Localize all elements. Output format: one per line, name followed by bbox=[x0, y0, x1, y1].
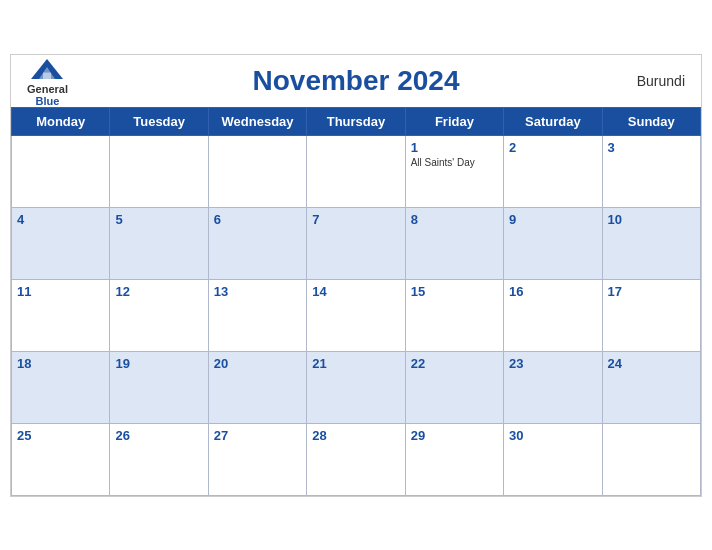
table-row bbox=[602, 423, 700, 495]
logo-general-text: General bbox=[27, 83, 68, 95]
table-row: 3 bbox=[602, 135, 700, 207]
day-number: 20 bbox=[214, 356, 301, 371]
day-number: 16 bbox=[509, 284, 596, 299]
table-row: 25 bbox=[12, 423, 110, 495]
weekday-header-row: Monday Tuesday Wednesday Thursday Friday… bbox=[12, 107, 701, 135]
table-row: 12 bbox=[110, 279, 208, 351]
header-saturday: Saturday bbox=[504, 107, 602, 135]
table-row bbox=[12, 135, 110, 207]
header-thursday: Thursday bbox=[307, 107, 405, 135]
table-row: 19 bbox=[110, 351, 208, 423]
day-number: 15 bbox=[411, 284, 498, 299]
calendar-title: November 2024 bbox=[252, 65, 459, 97]
calendar-week-row: 252627282930 bbox=[12, 423, 701, 495]
table-row: 23 bbox=[504, 351, 602, 423]
header-friday: Friday bbox=[405, 107, 503, 135]
day-number: 27 bbox=[214, 428, 301, 443]
day-number: 2 bbox=[509, 140, 596, 155]
calendar: General Blue November 2024 Burundi Monda… bbox=[10, 54, 702, 497]
table-row: 22 bbox=[405, 351, 503, 423]
day-number: 14 bbox=[312, 284, 399, 299]
table-row: 6 bbox=[208, 207, 306, 279]
table-row: 21 bbox=[307, 351, 405, 423]
table-row: 11 bbox=[12, 279, 110, 351]
table-row: 17 bbox=[602, 279, 700, 351]
day-number: 7 bbox=[312, 212, 399, 227]
table-row: 29 bbox=[405, 423, 503, 495]
day-number: 28 bbox=[312, 428, 399, 443]
day-number: 10 bbox=[608, 212, 695, 227]
calendar-header: General Blue November 2024 Burundi bbox=[11, 55, 701, 107]
header-tuesday: Tuesday bbox=[110, 107, 208, 135]
table-row: 15 bbox=[405, 279, 503, 351]
calendar-table: Monday Tuesday Wednesday Thursday Friday… bbox=[11, 107, 701, 496]
table-row: 8 bbox=[405, 207, 503, 279]
table-row: 1All Saints' Day bbox=[405, 135, 503, 207]
logo-blue-text: Blue bbox=[36, 95, 60, 107]
day-number: 17 bbox=[608, 284, 695, 299]
svg-rect-2 bbox=[43, 72, 51, 78]
day-number: 18 bbox=[17, 356, 104, 371]
country-label: Burundi bbox=[637, 73, 685, 89]
calendar-week-row: 18192021222324 bbox=[12, 351, 701, 423]
day-number: 3 bbox=[608, 140, 695, 155]
header-wednesday: Wednesday bbox=[208, 107, 306, 135]
day-number: 30 bbox=[509, 428, 596, 443]
table-row: 10 bbox=[602, 207, 700, 279]
logo-icon bbox=[27, 55, 67, 83]
table-row: 5 bbox=[110, 207, 208, 279]
day-number: 25 bbox=[17, 428, 104, 443]
day-number: 5 bbox=[115, 212, 202, 227]
table-row: 2 bbox=[504, 135, 602, 207]
day-number: 21 bbox=[312, 356, 399, 371]
day-number: 19 bbox=[115, 356, 202, 371]
day-number: 26 bbox=[115, 428, 202, 443]
table-row: 20 bbox=[208, 351, 306, 423]
table-row: 13 bbox=[208, 279, 306, 351]
table-row: 9 bbox=[504, 207, 602, 279]
day-number: 9 bbox=[509, 212, 596, 227]
day-number: 4 bbox=[17, 212, 104, 227]
calendar-week-row: 45678910 bbox=[12, 207, 701, 279]
day-number: 11 bbox=[17, 284, 104, 299]
day-number: 22 bbox=[411, 356, 498, 371]
day-number: 23 bbox=[509, 356, 596, 371]
table-row: 26 bbox=[110, 423, 208, 495]
calendar-week-row: 1All Saints' Day23 bbox=[12, 135, 701, 207]
day-number: 13 bbox=[214, 284, 301, 299]
logo: General Blue bbox=[27, 55, 68, 107]
table-row bbox=[110, 135, 208, 207]
day-number: 8 bbox=[411, 212, 498, 227]
table-row: 28 bbox=[307, 423, 405, 495]
table-row: 24 bbox=[602, 351, 700, 423]
table-row: 18 bbox=[12, 351, 110, 423]
header-monday: Monday bbox=[12, 107, 110, 135]
day-number: 24 bbox=[608, 356, 695, 371]
table-row: 16 bbox=[504, 279, 602, 351]
day-number: 6 bbox=[214, 212, 301, 227]
day-number: 1 bbox=[411, 140, 498, 155]
calendar-week-row: 11121314151617 bbox=[12, 279, 701, 351]
table-row: 4 bbox=[12, 207, 110, 279]
table-row bbox=[208, 135, 306, 207]
table-row: 7 bbox=[307, 207, 405, 279]
day-number: 12 bbox=[115, 284, 202, 299]
table-row: 30 bbox=[504, 423, 602, 495]
table-row: 14 bbox=[307, 279, 405, 351]
table-row bbox=[307, 135, 405, 207]
table-row: 27 bbox=[208, 423, 306, 495]
header-sunday: Sunday bbox=[602, 107, 700, 135]
event-label: All Saints' Day bbox=[411, 157, 498, 168]
day-number: 29 bbox=[411, 428, 498, 443]
